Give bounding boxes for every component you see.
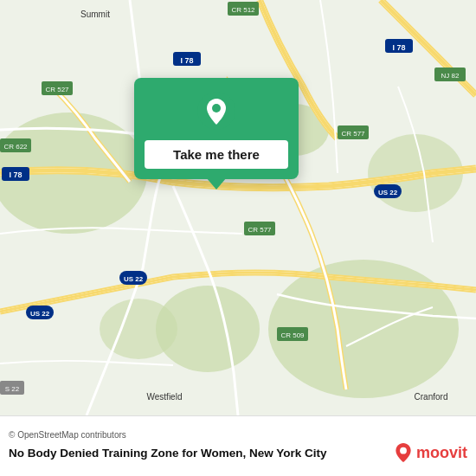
svg-text:I 78: I 78 (392, 43, 405, 52)
svg-text:CR 509: CR 509 (280, 331, 305, 339)
svg-text:Cranford: Cranford (415, 392, 448, 402)
moovit-brand-text: moovit (416, 444, 467, 462)
svg-text:NJ 82: NJ 82 (441, 72, 460, 80)
svg-text:US 22: US 22 (30, 310, 50, 318)
map-container: Summit I 78 I 78 I 78 CR 512 CR 527 CR 6… (0, 0, 476, 415)
popup-card: Take me there (134, 78, 299, 179)
svg-text:CR 512: CR 512 (231, 6, 255, 14)
svg-point-38 (212, 104, 221, 113)
svg-text:CR 577: CR 577 (341, 130, 365, 138)
svg-text:CR 622: CR 622 (3, 143, 28, 151)
svg-text:US 22: US 22 (378, 189, 398, 196)
roads-layer: Summit I 78 I 78 I 78 CR 512 CR 527 CR 6… (0, 0, 476, 415)
take-me-there-button[interactable]: Take me there (145, 140, 288, 169)
location-pin-icon (197, 92, 235, 130)
svg-text:CR 527: CR 527 (45, 86, 69, 93)
svg-text:I 78: I 78 (180, 56, 193, 65)
bottom-bar: © OpenStreetMap contributors No Body Den… (0, 415, 476, 476)
svg-text:I 78: I 78 (9, 170, 22, 179)
svg-text:S 22: S 22 (5, 385, 20, 393)
location-row: No Body Denied Training Zone for Women, … (9, 443, 467, 462)
moovit-logo: moovit (394, 443, 467, 462)
moovit-pin-icon (394, 443, 413, 462)
svg-text:US 22: US 22 (124, 275, 144, 283)
attribution-text: © OpenStreetMap contributors (9, 430, 467, 440)
svg-text:Westfield: Westfield (147, 392, 183, 402)
svg-point-39 (400, 447, 407, 454)
svg-text:Summit: Summit (80, 10, 110, 19)
svg-text:CR 577: CR 577 (248, 226, 272, 234)
location-name: No Body Denied Training Zone for Women, … (9, 447, 394, 460)
svg-point-5 (100, 299, 177, 359)
